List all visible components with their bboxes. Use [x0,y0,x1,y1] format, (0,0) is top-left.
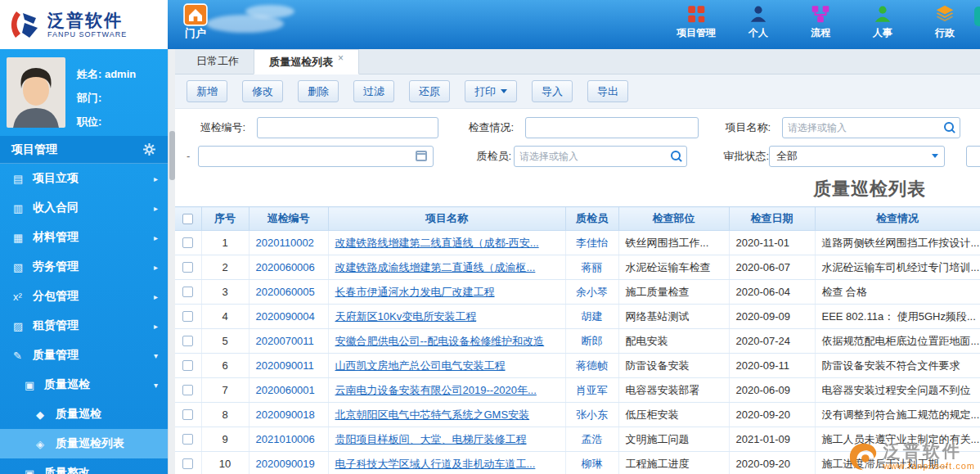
tab-quality-inspection-list[interactable]: 质量巡检列表× [254,49,359,74]
filter-button[interactable]: 过滤 [353,80,394,102]
import-button[interactable]: 导入 [532,80,573,102]
profile-department: 部门: [77,91,136,106]
nav-item-hr[interactable]: 人事 [862,3,903,40]
inspector-link[interactable]: 胡建 [582,310,603,323]
row-checkbox[interactable] [182,262,193,273]
nav-item-partial[interactable] [974,7,980,31]
inspector-link[interactable]: 李佳怡 [576,237,608,249]
scrollbar-thumb[interactable] [169,131,175,180]
nav-item-personal[interactable]: 个人 [738,3,779,40]
logo[interactable]: 泛普软件 FANPU SOFTWARE [0,0,168,49]
inspector-link[interactable]: 张小东 [576,409,608,421]
project-name-link[interactable]: 贵阳项目样板间、大堂、电梯厅装修工程 [335,433,527,445]
sidebar-item-project-initiation[interactable]: ▤项目立项▸ [0,164,168,193]
restore-button[interactable]: 还原 [409,80,450,102]
row-checkbox[interactable] [182,409,193,420]
project-name-link[interactable]: 长春市伊通河水力发电厂改建工程 [335,286,495,298]
patrol-code-input[interactable] [257,117,438,138]
cell-code: 2020070011 [249,329,328,354]
row-checkbox[interactable] [182,336,193,346]
patrol-code-link[interactable]: 2021010006 [256,433,315,445]
nav-item-process[interactable]: 流程 [800,3,841,40]
project-name-link[interactable]: 安徽合肥供电公司--配电设备检修维护和改造 [335,335,545,347]
select-all-checkbox[interactable] [182,214,193,224]
row-checkbox[interactable] [182,458,193,469]
patrol-code-link[interactable]: 2020090019 [256,458,315,470]
approval-status-select[interactable]: 全部 [769,146,945,167]
search-icon[interactable] [944,122,955,133]
row-checkbox[interactable] [182,385,193,395]
tab-bar: 日常工作 质量巡检列表× [175,49,980,74]
project-name-link[interactable]: 改建铁路线增建第二线直通线（成都-西安... [335,237,539,249]
row-checkbox[interactable] [182,287,193,297]
add-button[interactable]: 新增 [187,80,227,102]
nav-item-portal[interactable]: 门户 [175,2,216,41]
chevron-down-icon[interactable] [926,147,944,166]
clipped-input[interactable] [966,146,980,167]
sidebar-item-income-contract[interactable]: ▥收入合同▸ [0,193,168,223]
tab-daily-work[interactable]: 日常工作 [182,49,254,74]
cell-no: 4 [201,305,249,329]
project-name-input[interactable] [782,117,960,138]
project-name-link[interactable]: 电子科技大学区域人行道及非机动车道工... [335,458,536,470]
cell-part: 低压柜安装 [618,403,729,427]
sidebar-item-label: 质量巡检列表 [56,436,124,451]
gear-icon[interactable] [142,142,156,156]
patrol-code-link[interactable]: 2020060006 [256,261,315,273]
project-name-link[interactable]: 北京朝阳区电气中芯特气系统之GMS安装 [335,409,530,421]
row-checkbox[interactable] [182,311,193,322]
search-icon[interactable] [671,151,682,162]
inspection-table: 序号巡检编号项目名称质检员检查部位检查日期检查情况 12020110002改建铁… [175,206,980,474]
project-name-link[interactable]: 云南电力设备安装有限公司2019--2020年... [335,384,537,396]
sidebar-item-quality-management[interactable]: ✎质量管理▾ [0,341,168,370]
inspector-link[interactable]: 余小琴 [576,286,608,298]
inspector-link[interactable]: 蒋德帧 [576,359,608,372]
inspector-link[interactable]: 柳琳 [582,458,603,470]
sidebar-item-quality-patrol[interactable]: ▣质量巡检▾ [0,370,168,400]
vertical-scrollbar[interactable] [168,49,175,474]
row-checkbox[interactable] [182,360,193,371]
delete-button[interactable]: 删除 [298,80,339,102]
sidebar-item-quality-patrol-list[interactable]: ◈质量巡检列表 [0,429,168,458]
patrol-code-link[interactable]: 2020090018 [256,409,315,421]
patrol-code-link[interactable]: 2020110002 [256,237,314,249]
print-button[interactable]: 打印 [465,80,517,102]
export-button[interactable]: 导出 [587,80,628,102]
cell-situation: EEE 802.11a： 使用5GHz频段... [815,305,980,329]
column-header-code: 巡检编号 [249,207,328,231]
inspector-link[interactable]: 肖亚军 [576,384,608,396]
project-name-link[interactable]: 山西凯文房地产总公司电气安装工程 [335,359,506,372]
inspector-link[interactable]: 断郎 [582,335,603,347]
nav-item-project-management[interactable]: 项目管理 [676,3,717,40]
edit-button[interactable]: 修改 [242,80,283,102]
nav-item-label: 人事 [862,26,903,40]
patrol-code-link[interactable]: 2020090004 [256,310,315,323]
sidebar-section-header[interactable]: 项目管理 [0,136,168,164]
sidebar-item-material-management[interactable]: ▦材料管理▸ [0,223,168,252]
sidebar-item-quality-rectification[interactable]: ▣质量整改 [0,458,168,474]
patrol-code-link[interactable]: 2020090011 [256,359,314,372]
inspector-link[interactable]: 孟浩 [582,433,603,445]
project-name-link[interactable]: 天府新区10Kv变电所安装工程 [335,310,477,323]
patrol-code-link[interactable]: 2020070011 [256,335,314,347]
row-checkbox[interactable] [182,237,193,248]
project-name-link[interactable]: 改建铁路成渝线增建第二直通线（成渝枢... [335,261,536,273]
inspector-link[interactable]: 蒋丽 [582,261,603,273]
row-checkbox[interactable] [182,434,193,445]
sidebar-item-subcontract-management[interactable]: x²分包管理▸ [0,282,168,311]
avatar[interactable] [7,57,65,128]
patrol-code-link[interactable]: 2020060005 [256,286,315,298]
nav-item-administration[interactable]: 行政 [924,3,965,40]
sidebar-item-quality-patrol-entry[interactable]: ◆质量巡检 [0,400,168,429]
sidebar-item-labor-management[interactable]: ▧劳务管理▸ [0,252,168,282]
calendar-icon[interactable] [416,151,427,161]
cell-inspector: 孟浩 [565,427,618,452]
date-input[interactable] [198,146,434,167]
cell-code: 2020090004 [249,305,328,329]
check-situation-input[interactable] [525,117,699,138]
cell-project: 长春市伊通河水力发电厂改建工程 [328,280,565,305]
patrol-code-link[interactable]: 2020060001 [256,384,315,396]
sidebar-item-lease-management[interactable]: ▨租赁管理▸ [0,311,168,341]
close-icon[interactable]: × [338,52,344,64]
inspector-input[interactable] [514,146,687,167]
